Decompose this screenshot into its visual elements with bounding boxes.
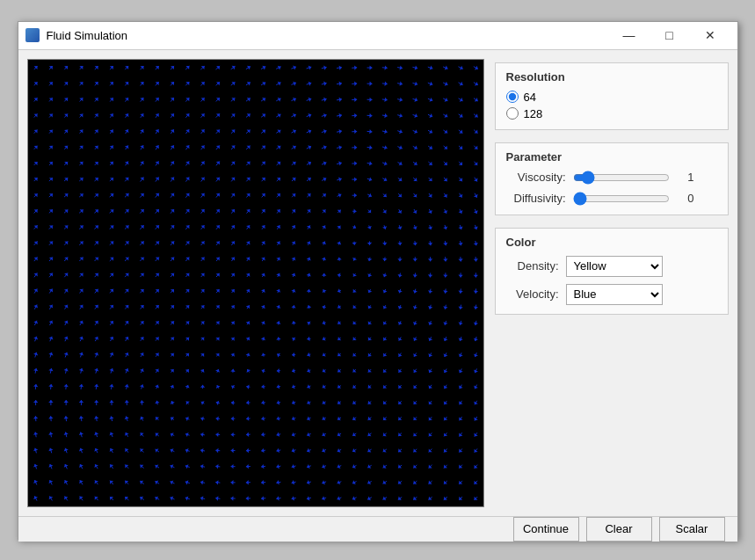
parameter-section: Parameter Viscosity: 1 Diffusivity: 0 xyxy=(495,142,729,215)
resolution-128-label: 128 xyxy=(524,107,543,120)
svg-rect-0 xyxy=(28,60,483,506)
resolution-64-item[interactable]: 64 xyxy=(506,91,717,104)
minimize-button[interactable]: — xyxy=(609,21,650,49)
resolution-64-radio[interactable] xyxy=(506,91,519,103)
color-label: Color xyxy=(506,236,717,249)
velocity-row: Velocity: Blue Red Green Yellow White xyxy=(506,284,717,305)
diffusivity-label: Diffusivity: xyxy=(506,192,566,205)
window-controls: — □ ✕ xyxy=(609,21,730,49)
maximize-button[interactable]: □ xyxy=(650,21,690,49)
scalar-button[interactable]: Scalar xyxy=(659,517,725,542)
controls-panel: Resolution 64 128 Parameter Viscosity: xyxy=(495,59,729,507)
color-section: Color Density: Yellow Red Green Blue Whi… xyxy=(495,228,729,315)
resolution-128-radio[interactable] xyxy=(506,107,519,120)
diffusivity-value: 0 xyxy=(677,192,694,205)
main-window: Fluid Simulation — □ ✕ xyxy=(18,21,738,540)
diffusivity-slider[interactable] xyxy=(573,192,670,206)
resolution-radio-group: 64 128 xyxy=(506,91,717,120)
fluid-canvas[interactable] xyxy=(28,60,483,506)
velocity-label: Velocity: xyxy=(506,287,559,301)
diffusivity-row: Diffusivity: 0 xyxy=(506,192,717,206)
resolution-128-item[interactable]: 128 xyxy=(506,107,717,120)
titlebar: Fluid Simulation — □ ✕ xyxy=(18,22,737,50)
resolution-64-label: 64 xyxy=(524,91,536,104)
app-icon xyxy=(25,28,40,42)
density-label: Density: xyxy=(506,259,559,273)
viscosity-slider[interactable] xyxy=(573,171,670,185)
continue-button[interactable]: Continue xyxy=(513,517,579,542)
parameter-label: Parameter xyxy=(506,150,717,164)
viscosity-value: 1 xyxy=(677,171,694,184)
footer: Continue Clear Scalar xyxy=(18,516,737,542)
viscosity-label: Viscosity: xyxy=(506,171,566,184)
resolution-label: Resolution xyxy=(506,70,717,84)
viscosity-row: Viscosity: 1 xyxy=(506,171,717,185)
density-row: Density: Yellow Red Green Blue White xyxy=(506,256,717,277)
density-select[interactable]: Yellow Red Green Blue White xyxy=(566,256,663,277)
close-button[interactable]: ✕ xyxy=(690,21,730,49)
velocity-select[interactable]: Blue Red Green Yellow White xyxy=(566,284,663,305)
simulation-viewport[interactable] xyxy=(27,59,484,507)
window-title: Fluid Simulation xyxy=(47,29,609,42)
clear-button[interactable]: Clear xyxy=(586,517,652,542)
main-content: Resolution 64 128 Parameter Viscosity: xyxy=(18,50,737,516)
resolution-section: Resolution 64 128 xyxy=(495,62,729,130)
